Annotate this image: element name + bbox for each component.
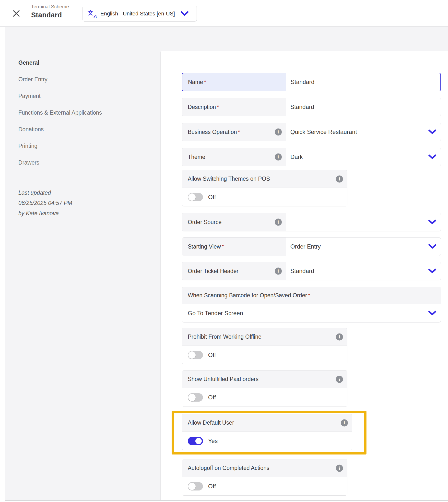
barcode-scan-value: Go To Tender Screen (188, 310, 243, 317)
header-bar: Terminal Scheme Standard 文 A English - U… (0, 0, 448, 27)
toggle-knob (188, 351, 196, 359)
starting-view-label-cell: Starting View* (182, 238, 286, 256)
sidebar-item-general[interactable]: General (18, 54, 156, 71)
toggle-knob (195, 438, 202, 444)
allow-default-user-state: Yes (208, 437, 218, 444)
page-eyebrow: Terminal Scheme (31, 4, 69, 10)
allow-default-user-card: Allow Default User i Yes (182, 414, 352, 450)
business-operation-field[interactable]: Business Operation* i Quick Service Rest… (182, 123, 441, 141)
order-ticket-header-label: Order Ticket Header (188, 268, 239, 275)
order-ticket-header-value: Standard (290, 268, 314, 275)
sidebar-item-order-entry[interactable]: Order Entry (18, 71, 156, 88)
close-icon[interactable] (12, 9, 21, 18)
barcode-scan-label: When Scanning Barcode for Open/Saved Ord… (188, 292, 307, 299)
theme-field[interactable]: Theme i Dark (182, 148, 441, 166)
info-icon[interactable]: i (336, 175, 343, 182)
last-updated-label: Last updated (18, 188, 156, 198)
show-unfulfilled-state: Off (208, 394, 216, 401)
prohibit-offline-state: Off (208, 352, 216, 358)
allow-switching-themes-state: Off (208, 194, 216, 201)
autologoff-toggle[interactable] (188, 482, 203, 490)
allow-default-user-toggle[interactable] (188, 437, 203, 445)
info-icon[interactable]: i (275, 154, 282, 161)
sidebar-item-printing[interactable]: Printing (18, 138, 156, 154)
chevron-down-icon (428, 268, 437, 274)
prohibit-offline-toggle[interactable] (188, 351, 203, 359)
info-icon[interactable]: i (275, 129, 282, 136)
starting-view-value: Order Entry (290, 243, 321, 250)
autologoff-header: Autologoff on Completed Actions i (182, 459, 347, 477)
autologoff-card: Autologoff on Completed Actions i Off (182, 459, 347, 496)
allow-switching-themes-label: Allow Switching Themes on POS (188, 176, 270, 182)
info-icon[interactable]: i (336, 333, 343, 340)
info-icon[interactable]: i (275, 268, 282, 275)
barcode-scan-label-cell: When Scanning Barcode for Open/Saved Ord… (182, 287, 441, 304)
toggle-knob (188, 194, 196, 201)
show-unfulfilled-card: Show Unfulfilled Paid orders i Off (182, 370, 347, 407)
show-unfulfilled-body: Off (182, 388, 347, 406)
starting-view-field[interactable]: Starting View* Order Entry (182, 237, 441, 256)
show-unfulfilled-header: Show Unfulfilled Paid orders i (182, 371, 347, 388)
allow-switching-themes-body: Off (182, 188, 347, 206)
autologoff-body: Off (182, 477, 347, 495)
sidebar-item-payment[interactable]: Payment (18, 88, 156, 104)
autologoff-state: Off (208, 483, 216, 490)
required-mark: * (308, 293, 310, 298)
autologoff-label: Autologoff on Completed Actions (188, 465, 269, 471)
name-input[interactable]: Standard (286, 73, 440, 91)
chevron-down-icon (428, 244, 437, 249)
required-mark: * (217, 105, 219, 110)
section-nav: General Order Entry Payment Functions & … (18, 54, 156, 218)
allow-switching-themes-toggle[interactable] (188, 193, 203, 201)
required-mark: * (222, 244, 224, 249)
description-label: Description (188, 104, 216, 111)
required-mark: * (204, 80, 206, 84)
business-operation-select[interactable]: Quick Service Restaurant (286, 123, 441, 141)
sidebar-item-functions-external-applications[interactable]: Functions & External Applications (18, 104, 156, 121)
order-source-field[interactable]: Order Source i (182, 213, 441, 231)
show-unfulfilled-toggle[interactable] (188, 393, 203, 402)
info-icon[interactable]: i (275, 219, 282, 226)
prohibit-offline-label: Prohibit From Working Offline (188, 334, 261, 340)
theme-value: Dark (290, 154, 303, 160)
header-titles: Terminal Scheme Standard (31, 4, 69, 19)
chevron-down-icon (428, 219, 437, 225)
allow-default-user-body: Yes (182, 432, 352, 450)
barcode-scan-field: When Scanning Barcode for Open/Saved Ord… (182, 287, 441, 323)
chevron-down-icon (428, 129, 437, 135)
allow-switching-themes-card: Allow Switching Themes on POS i Off (182, 170, 347, 206)
language-dropdown[interactable]: 文 A English - United States [en-US] (82, 6, 197, 22)
description-field[interactable]: Description* Standard (182, 98, 441, 116)
chevron-down-icon (180, 11, 189, 16)
content-background: General Order Entry Payment Functions & … (5, 27, 448, 501)
business-operation-value: Quick Service Restaurant (290, 129, 357, 135)
allow-switching-themes-header: Allow Switching Themes on POS i (182, 170, 347, 188)
chevron-down-icon (428, 154, 437, 160)
order-source-label-cell: Order Source i (182, 213, 286, 231)
translate-icon: 文 A (88, 9, 96, 18)
prohibit-offline-card: Prohibit From Working Offline i Off (182, 328, 347, 364)
show-unfulfilled-label: Show Unfulfilled Paid orders (188, 376, 258, 383)
starting-view-select[interactable]: Order Entry (286, 238, 441, 256)
order-ticket-header-select[interactable]: Standard (286, 262, 441, 280)
info-icon[interactable]: i (341, 419, 348, 426)
sidebar-item-drawers[interactable]: Drawers (18, 154, 156, 171)
name-label: Name (188, 79, 203, 85)
business-operation-label: Business Operation (188, 129, 237, 135)
info-icon[interactable]: i (336, 465, 343, 472)
last-updated-block: Last updated 06/25/2025 04:57 PM by Kate… (18, 188, 156, 218)
prohibit-offline-body: Off (182, 346, 347, 364)
order-source-select[interactable] (286, 213, 441, 231)
description-input[interactable]: Standard (286, 98, 441, 116)
order-ticket-header-field[interactable]: Order Ticket Header i Standard (182, 262, 441, 280)
sidebar-item-donations[interactable]: Donations (18, 121, 156, 138)
terminal-scheme-page: Terminal Scheme Standard 文 A English - U… (0, 0, 448, 502)
highlight-box: Allow Default User i Yes (172, 411, 367, 454)
theme-label: Theme (188, 154, 205, 160)
order-source-label: Order Source (188, 219, 222, 226)
info-icon[interactable]: i (336, 376, 343, 383)
barcode-scan-select[interactable]: Go To Tender Screen (182, 304, 441, 322)
theme-select[interactable]: Dark (286, 148, 441, 166)
name-field[interactable]: Name* Standard (182, 73, 441, 91)
sidebar-divider (18, 181, 146, 181)
